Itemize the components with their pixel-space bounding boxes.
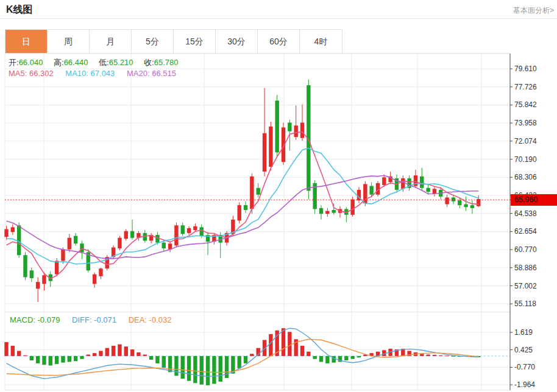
- dea-value: DEA: -0.032: [129, 315, 172, 324]
- y-axis-label: 68.306: [514, 173, 537, 181]
- macd-bar: [200, 356, 204, 385]
- macd-bar: [282, 328, 285, 356]
- y-axis-label: -1.964: [514, 380, 535, 389]
- macd-bar: [357, 356, 361, 357]
- macd-bar: [433, 355, 436, 356]
- open-value: 66.040: [19, 58, 43, 67]
- candle: [80, 243, 83, 252]
- candle: [382, 177, 386, 185]
- y-axis-label: 64.538: [514, 209, 537, 218]
- close-value: 65.780: [154, 58, 179, 67]
- candle: [168, 243, 172, 249]
- y-axis-label: 72.074: [514, 137, 537, 145]
- diff-value: DIFF: -0.071: [72, 315, 116, 324]
- high-label: 高:: [54, 58, 64, 67]
- macd-bar: [105, 348, 109, 356]
- macd-bar: [93, 353, 96, 356]
- macd-bar: [244, 356, 247, 363]
- y-axis-label: 70.190: [514, 155, 537, 164]
- macd-bar: [319, 356, 323, 362]
- y-axis-label: 55.118: [514, 299, 536, 308]
- ma5-legend: MA5: 66.302: [9, 69, 54, 78]
- macd-bar: [420, 354, 424, 356]
- macd-bar: [49, 356, 52, 366]
- open-label: 开:: [9, 58, 19, 67]
- macd-bar: [99, 351, 102, 355]
- y-axis-label: 79.610: [514, 65, 537, 73]
- macd-bar: [130, 349, 134, 356]
- macd-bar: [181, 356, 185, 379]
- candle: [426, 188, 430, 192]
- close-label: 收:: [144, 58, 154, 67]
- candle: [30, 270, 34, 278]
- candle: [187, 228, 191, 233]
- high-value: 66.440: [64, 58, 88, 67]
- candle: [332, 210, 335, 213]
- ma10-line: [7, 148, 479, 264]
- macd-bar: [212, 356, 216, 384]
- macd-bar: [325, 356, 329, 363]
- macd-bar: [124, 346, 128, 356]
- macd-bar: [118, 345, 121, 356]
- macd-bar: [269, 334, 272, 356]
- candle: [445, 197, 449, 204]
- macd-bar: [155, 356, 159, 363]
- macd-bar: [174, 356, 178, 376]
- candle: [275, 100, 278, 152]
- candle: [401, 178, 405, 189]
- macd-bar: [30, 356, 34, 360]
- macd-bar: [219, 356, 222, 382]
- macd-bar: [313, 356, 316, 359]
- candle: [4, 229, 8, 237]
- ma-legend: MA5: 66.302 MA10: 67.043 MA20: 66.515: [9, 69, 176, 78]
- candle: [350, 200, 354, 215]
- macd-bar: [187, 356, 191, 381]
- candle: [74, 236, 77, 244]
- macd-bar: [143, 354, 147, 355]
- current-price-tag: 65.960: [511, 194, 557, 206]
- macd-bar: [80, 356, 83, 359]
- macd-bar: [68, 356, 71, 362]
- macd-bar: [23, 355, 27, 356]
- macd-bar: [17, 351, 21, 355]
- macd-bar: [61, 356, 65, 363]
- candle: [55, 261, 59, 275]
- candle: [470, 205, 474, 208]
- macd-bar: [74, 356, 77, 361]
- candle: [68, 238, 71, 250]
- candle: [174, 225, 178, 245]
- candle: [263, 133, 266, 172]
- candle: [42, 275, 46, 284]
- ma5-line: [7, 132, 479, 279]
- y-axis-label: 62.654: [514, 227, 537, 236]
- y-axis-label: 58.886: [514, 264, 537, 272]
- y-axis-label: 57.002: [514, 282, 537, 290]
- candle: [294, 125, 297, 137]
- ma20-legend: MA20: 66.515: [127, 69, 176, 78]
- candle: [325, 211, 329, 214]
- macd-bar: [36, 356, 40, 363]
- candle: [181, 225, 185, 234]
- y-axis-label: 0.425: [514, 346, 533, 354]
- macd-bar: [350, 356, 354, 359]
- candle: [369, 186, 373, 195]
- macd-bar: [168, 356, 172, 372]
- macd-bar: [162, 356, 166, 368]
- y-axis-label: 75.842: [514, 100, 537, 109]
- macd-bar: [206, 356, 210, 385]
- candle: [130, 231, 134, 238]
- y-axis-label: 60.770: [514, 245, 537, 254]
- candle: [458, 200, 461, 205]
- candle: [61, 250, 65, 261]
- y-axis-label: 1.619: [514, 328, 533, 337]
- macd-bar: [193, 356, 197, 383]
- macd-bar: [452, 356, 455, 357]
- macd-bar: [288, 332, 291, 356]
- ma10-legend: MA10: 67.043: [65, 69, 115, 78]
- low-value: 65.210: [109, 58, 133, 67]
- y-axis-label: -0.770: [514, 363, 535, 371]
- macd-bar: [238, 356, 241, 368]
- candle: [93, 275, 96, 284]
- macd-bar: [149, 356, 153, 360]
- macd-bar: [300, 346, 304, 356]
